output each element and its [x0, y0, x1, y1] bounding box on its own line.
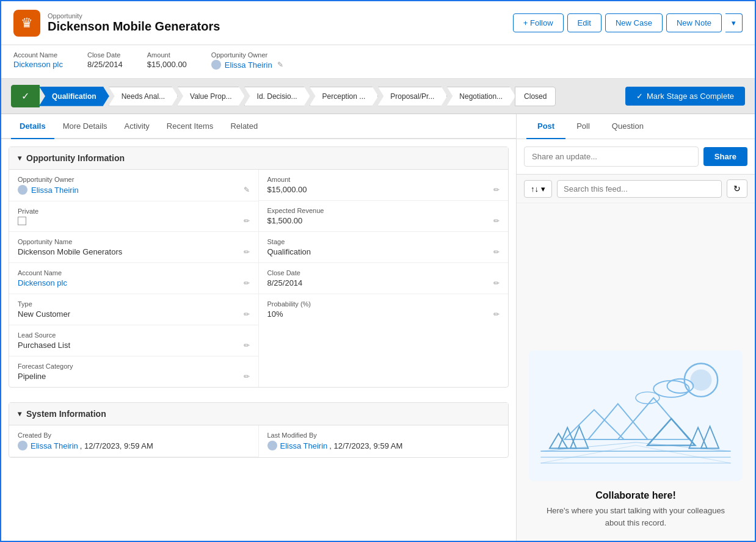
- stage-step-negotiation[interactable]: Negotiation...: [446, 87, 515, 106]
- fields-left-col: Opportunity Owner Elissa Theirin ✎ Priva…: [9, 170, 259, 387]
- field-account-name: Account Name Dickenson plc ✏: [9, 263, 258, 294]
- account-name-link[interactable]: Dickenson plc: [13, 60, 63, 69]
- stage-step-closed[interactable]: Closed: [515, 87, 556, 106]
- owner-link[interactable]: Elissa Theirin: [225, 60, 272, 70]
- created-by-link[interactable]: Elissa Theirin: [31, 441, 78, 450]
- system-info-header[interactable]: ▾ System Information: [9, 403, 508, 425]
- tab-details[interactable]: Details: [11, 114, 54, 139]
- stage-step-completed[interactable]: ✓: [11, 85, 40, 107]
- field-stage-edit-icon[interactable]: ✏: [493, 248, 500, 256]
- stage-steps: ✓ Qualification Needs Anal... Value Prop…: [11, 85, 618, 107]
- svg-rect-0: [529, 350, 743, 481]
- field-probability-edit-icon[interactable]: ✏: [493, 310, 500, 319]
- field-lead-source: Lead Source Purchased List ✏: [9, 325, 258, 356]
- field-lead-source-edit-icon[interactable]: ✏: [244, 341, 250, 350]
- close-date-value: 8/25/2014: [87, 60, 123, 69]
- field-type-edit-icon[interactable]: ✏: [244, 310, 250, 319]
- stage-step-qualification[interactable]: Qualification: [39, 87, 109, 106]
- fields-right-col: Amount $15,000.00 ✏ Expected Revenue $1,…: [259, 170, 509, 387]
- edit-button[interactable]: Edit: [567, 13, 602, 32]
- probability-value: 10%: [267, 309, 283, 319]
- new-note-button[interactable]: New Note: [666, 13, 722, 32]
- modified-by-label: Last Modified By: [267, 432, 500, 439]
- right-tabs: Post Poll Question: [517, 114, 755, 139]
- record-type: Opportunity: [48, 12, 220, 20]
- collapse-icon: ▾: [18, 154, 21, 162]
- field-close-date-edit-icon[interactable]: ✏: [493, 279, 500, 287]
- share-button[interactable]: Share: [703, 147, 747, 166]
- field-expected-revenue: Expected Revenue $1,500.00 ✏: [259, 201, 509, 232]
- owner-value: Elissa Theirin ✎: [211, 60, 283, 70]
- field-forecast-edit-icon[interactable]: ✏: [244, 372, 250, 381]
- right-tab-post[interactable]: Post: [526, 114, 565, 139]
- field-account-name-edit-icon[interactable]: ✏: [244, 279, 250, 287]
- search-feed-input[interactable]: [557, 180, 722, 198]
- refresh-icon: ↻: [733, 184, 741, 193]
- private-checkbox[interactable]: [18, 217, 26, 225]
- opportunity-info-header[interactable]: ▾ Opportunity Information: [9, 147, 508, 170]
- account-name-label: Account Name: [13, 51, 63, 59]
- stage-step-id-decisio[interactable]: Id. Decisio...: [244, 87, 310, 106]
- tab-related[interactable]: Related: [222, 114, 266, 139]
- amount-field-value: $15,000.00: [267, 185, 307, 194]
- sort-button[interactable]: ↑↓ ▾: [524, 180, 552, 198]
- opp-name-value: Dickenson Mobile Generators: [18, 247, 122, 256]
- field-opp-name: Opportunity Name Dickenson Mobile Genera…: [9, 232, 258, 263]
- header: ♛ Opportunity Dickenson Mobile Generator…: [1, 1, 755, 45]
- tab-activity[interactable]: Activity: [116, 114, 158, 139]
- system-section-title: System Information: [26, 409, 106, 419]
- field-amount: Amount $15,000.00 ✏: [259, 170, 509, 201]
- refresh-button[interactable]: ↻: [727, 179, 747, 198]
- sort-icon: ↑↓: [531, 184, 539, 193]
- stage-step-value-prop[interactable]: Value Prop...: [177, 87, 244, 106]
- owner-label: Opportunity Owner: [211, 51, 283, 59]
- app-icon: ♛: [13, 10, 40, 37]
- meta-row: Account Name Dickenson plc Close Date 8/…: [1, 45, 755, 79]
- right-tab-poll[interactable]: Poll: [565, 114, 601, 139]
- new-case-button[interactable]: New Case: [605, 13, 663, 32]
- type-value: New Customer: [18, 309, 70, 319]
- meta-amount: Amount $15,000.00: [147, 51, 187, 70]
- field-private-edit-icon[interactable]: ✏: [244, 217, 250, 225]
- meta-close-date: Close Date 8/25/2014: [87, 51, 123, 70]
- stage-value: Qualification: [267, 247, 311, 256]
- owner-avatar: [211, 60, 221, 70]
- field-private: Private ✏: [9, 201, 258, 232]
- modified-date: , 12/7/2023, 9:59 AM: [329, 441, 402, 450]
- field-account-name-link[interactable]: Dickenson plc: [18, 278, 67, 287]
- field-forecast-category: Forecast Category Pipeline ✏: [9, 356, 258, 387]
- created-by-value: Elissa Theirin , 12/7/2023, 9:59 AM: [18, 441, 250, 450]
- stage-step-proposal[interactable]: Proposal/Pr...: [377, 87, 447, 106]
- collapse-icon: ▾: [18, 410, 21, 418]
- modified-by-link[interactable]: Elissa Theirin: [280, 441, 328, 450]
- owner-edit-icon[interactable]: ✎: [277, 60, 283, 69]
- field-type: Type New Customer ✏: [9, 294, 258, 325]
- page-title: Dickenson Mobile Generators: [48, 20, 220, 34]
- close-date-field-value: 8/25/2014: [267, 278, 303, 287]
- right-tab-question[interactable]: Question: [601, 114, 655, 139]
- chevron-down-icon: ▾: [732, 18, 736, 27]
- field-expected-revenue-edit-icon[interactable]: ✏: [493, 217, 500, 225]
- field-owner-change-icon[interactable]: ✎: [244, 186, 250, 194]
- follow-button[interactable]: + Follow: [513, 13, 564, 32]
- section-title: Opportunity Information: [26, 153, 125, 163]
- mark-stage-complete-button[interactable]: ✓ Mark Stage as Complete: [625, 87, 745, 106]
- stage-bar: ✓ Qualification Needs Anal... Value Prop…: [1, 79, 755, 114]
- share-area: Share: [517, 139, 755, 175]
- field-amount-edit-icon[interactable]: ✏: [493, 186, 500, 194]
- main-content: Details More Details Activity Recent Ite…: [1, 114, 755, 541]
- share-input[interactable]: [524, 146, 699, 167]
- field-owner: Opportunity Owner Elissa Theirin ✎: [9, 170, 258, 201]
- left-tabs: Details More Details Activity Recent Ite…: [1, 114, 516, 139]
- check-icon: ✓: [636, 92, 643, 101]
- created-by-label: Created By: [18, 432, 250, 439]
- field-opp-name-edit-icon[interactable]: ✏: [244, 248, 250, 256]
- tab-recent-items[interactable]: Recent Items: [158, 114, 222, 139]
- collaborate-illustration: [529, 349, 743, 483]
- field-owner-link[interactable]: Elissa Theirin: [31, 186, 79, 195]
- stage-step-perception[interactable]: Perception ...: [310, 87, 379, 106]
- collaborate-area: Collaborate here! Here's where you start…: [517, 203, 755, 541]
- tab-more-details[interactable]: More Details: [54, 114, 116, 139]
- actions-dropdown-button[interactable]: ▾: [725, 13, 743, 32]
- stage-step-needs-anal[interactable]: Needs Anal...: [109, 87, 178, 106]
